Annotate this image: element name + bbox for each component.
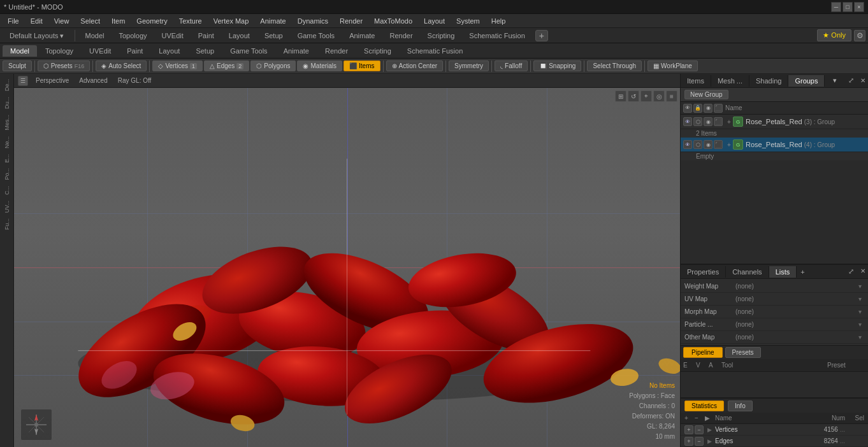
right-tab-dropdown-icon[interactable]: ▾ bbox=[829, 75, 841, 86]
mode-tab-topology[interactable]: Topology bbox=[38, 45, 81, 57]
bottom-tab-add-btn[interactable]: + bbox=[797, 267, 808, 277]
group-item-1[interactable]: 👁 ⬡ ◉ ⬛ + G Rose_Petals_Red (3) : Group bbox=[681, 115, 868, 129]
other-map-dropdown[interactable]: ▾ bbox=[855, 333, 864, 342]
menu-file[interactable]: File bbox=[3, 16, 24, 26]
menu-help[interactable]: Help bbox=[486, 16, 511, 26]
items-btn[interactable]: ⬛ Items bbox=[344, 60, 380, 71]
layout-tab-paint[interactable]: Paint bbox=[191, 29, 221, 41]
mode-tab-uvedit[interactable]: UVEdit bbox=[82, 45, 119, 57]
symmetry-btn[interactable]: Symmetry bbox=[449, 60, 489, 71]
sidebar-item-du[interactable]: Du... bbox=[3, 94, 11, 111]
falloff-btn[interactable]: ◟ Falloff bbox=[495, 60, 528, 71]
settings-btn[interactable]: ≡ bbox=[666, 90, 677, 102]
stats-vertices-minus-btn[interactable]: − bbox=[695, 425, 704, 434]
sidebar-item-de[interactable]: De... bbox=[3, 76, 11, 94]
menu-dynamics[interactable]: Dynamics bbox=[293, 16, 333, 26]
mode-tab-layout[interactable]: Layout bbox=[151, 45, 187, 57]
menu-render[interactable]: Render bbox=[335, 16, 368, 26]
viewport-scene[interactable]: No Items Polygons : Face Channels : 0 De… bbox=[14, 88, 680, 447]
group-2-plus[interactable]: + bbox=[725, 141, 733, 148]
layout-tab-scripting[interactable]: Scripting bbox=[421, 29, 462, 41]
col-extra-icon[interactable]: ⬛ bbox=[714, 104, 723, 113]
sidebar-item-mes[interactable]: Mes... bbox=[3, 112, 11, 133]
right-panel-close-icon[interactable]: ✕ bbox=[858, 76, 868, 85]
layout-gear-icon[interactable]: ⚙ bbox=[854, 30, 865, 41]
col-vis-icon[interactable]: ◉ bbox=[704, 104, 712, 113]
group-1-plus[interactable]: + bbox=[725, 118, 733, 125]
stats-vertices-arrow[interactable]: ▶ bbox=[705, 425, 714, 434]
sidebar-item-c[interactable]: C... bbox=[3, 183, 11, 197]
stats-edges-plus-btn[interactable]: + bbox=[684, 437, 693, 446]
menu-layout[interactable]: Layout bbox=[419, 16, 450, 26]
statistics-btn[interactable]: Statistics bbox=[684, 401, 724, 411]
viewport[interactable]: ☰ Perspective Advanced Ray GL: Off bbox=[14, 74, 680, 447]
vertices-btn[interactable]: ◇ Vertices 1 bbox=[152, 60, 203, 71]
menu-item[interactable]: Item bbox=[106, 16, 130, 26]
layout-only-btn[interactable]: ★ Only bbox=[817, 29, 851, 41]
col-lock-icon[interactable]: 🔒 bbox=[693, 104, 702, 113]
stats-edges-minus-btn[interactable]: − bbox=[695, 437, 704, 446]
right-panel-expand-icon[interactable]: ⤢ bbox=[844, 75, 858, 86]
group-2-eye-icon[interactable]: 👁 bbox=[683, 140, 692, 149]
group-1-eye-icon[interactable]: 👁 bbox=[683, 117, 692, 126]
layout-tab-uvedit[interactable]: UVEdit bbox=[155, 29, 191, 41]
viewport-advanced-btn[interactable]: Advanced bbox=[76, 76, 110, 85]
morph-map-dropdown[interactable]: ▾ bbox=[855, 308, 864, 316]
workplane-btn[interactable]: ▦ WorkPlane bbox=[647, 60, 698, 71]
presets-btn[interactable]: ⬡ Presets F16 bbox=[38, 60, 90, 71]
action-center-btn[interactable]: ⊕ Action Center bbox=[386, 60, 444, 71]
minimize-btn[interactable]: ─ bbox=[831, 2, 841, 12]
mode-tab-paint[interactable]: Paint bbox=[119, 45, 150, 57]
right-tab-shading[interactable]: Shading bbox=[749, 75, 788, 87]
pipeline-btn[interactable]: Pipeline bbox=[683, 347, 723, 358]
group-2-icon2[interactable]: ⬡ bbox=[693, 140, 702, 149]
auto-select-btn[interactable]: ◈ Auto Select bbox=[96, 60, 147, 71]
stats-row-edges[interactable]: + − ▶ Edges 8264 ... bbox=[681, 436, 868, 447]
menu-edit[interactable]: Edit bbox=[25, 16, 48, 26]
menu-texture[interactable]: Texture bbox=[174, 16, 207, 26]
sidebar-item-ne[interactable]: Ne... bbox=[3, 134, 11, 151]
layout-tab-schematic[interactable]: Schematic Fusion bbox=[462, 29, 532, 41]
layout-dropdown[interactable]: Default Layouts ▾ bbox=[3, 29, 71, 42]
group-1-icon2[interactable]: ⬡ bbox=[693, 117, 702, 126]
mode-tab-animate[interactable]: Animate bbox=[276, 45, 317, 57]
render-btn[interactable]: ◎ bbox=[653, 90, 665, 102]
mode-tab-model[interactable]: Model bbox=[3, 45, 37, 57]
group-2-icon4[interactable]: ⬛ bbox=[714, 140, 723, 149]
menu-geometry[interactable]: Geometry bbox=[131, 16, 172, 26]
menu-animate[interactable]: Animate bbox=[255, 16, 291, 26]
close-btn[interactable]: × bbox=[854, 2, 864, 12]
zoom-btn[interactable]: ⌖ bbox=[640, 90, 652, 102]
layout-tab-animate[interactable]: Animate bbox=[342, 29, 382, 41]
right-tab-items[interactable]: Items bbox=[681, 75, 711, 87]
layout-tab-layout[interactable]: Layout bbox=[222, 29, 257, 41]
fit-btn[interactable]: ⊞ bbox=[615, 90, 626, 102]
mode-tab-scripting[interactable]: Scripting bbox=[356, 45, 399, 57]
uv-map-dropdown[interactable]: ▾ bbox=[855, 295, 864, 304]
edges-btn[interactable]: △ Edges 2 bbox=[204, 60, 249, 71]
new-group-btn[interactable]: New Group bbox=[684, 90, 728, 99]
stats-row-vertices[interactable]: + − ▶ Vertices 4156 ... bbox=[681, 424, 868, 436]
mode-tab-render[interactable]: Render bbox=[317, 45, 356, 57]
sidebar-item-fu[interactable]: Fu... bbox=[3, 216, 11, 232]
bottom-tab-channels[interactable]: Channels bbox=[726, 266, 769, 278]
mode-tab-setup[interactable]: Setup bbox=[188, 45, 222, 57]
group-item-2[interactable]: 👁 ⬡ ◉ ⬛ + G Rose_Petals_Red (4) : Group bbox=[681, 138, 868, 152]
weight-map-dropdown[interactable]: ▾ bbox=[855, 282, 864, 291]
select-through-btn[interactable]: Select Through bbox=[587, 60, 642, 71]
layout-add-btn[interactable]: + bbox=[535, 30, 548, 41]
bottom-tab-properties[interactable]: Properties bbox=[681, 266, 726, 278]
menu-system[interactable]: System bbox=[451, 16, 485, 26]
maximize-btn[interactable]: □ bbox=[843, 2, 853, 12]
menu-vertexmap[interactable]: Vertex Map bbox=[208, 16, 254, 26]
polygons-btn[interactable]: ⬡ Polygons bbox=[250, 60, 296, 71]
stats-edges-arrow[interactable]: ▶ bbox=[705, 437, 714, 446]
layout-tab-gametools[interactable]: Game Tools bbox=[291, 29, 342, 41]
viewport-perspective-btn[interactable]: Perspective bbox=[33, 76, 71, 85]
menu-select[interactable]: Select bbox=[75, 16, 105, 26]
sidebar-item-uv[interactable]: UV... bbox=[3, 198, 11, 215]
bottom-expand-icon[interactable]: ⤢ bbox=[844, 266, 858, 277]
snapping-btn[interactable]: 🔲 Snapping bbox=[533, 60, 581, 71]
layout-tab-setup[interactable]: Setup bbox=[257, 29, 290, 41]
rotate-btn[interactable]: ↺ bbox=[628, 90, 639, 102]
